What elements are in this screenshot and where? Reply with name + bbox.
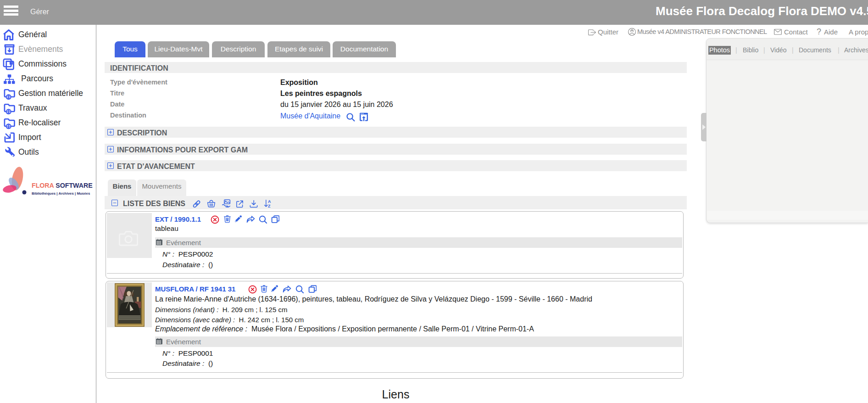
- svg-text:Z: Z: [268, 204, 271, 208]
- svg-text:Bibliothèques | Archives | Mus: Bibliothèques | Archives | Musées: [32, 191, 90, 196]
- svg-text:FLORA SOFTWARE: FLORA SOFTWARE: [32, 182, 93, 189]
- svg-text:A: A: [268, 199, 271, 204]
